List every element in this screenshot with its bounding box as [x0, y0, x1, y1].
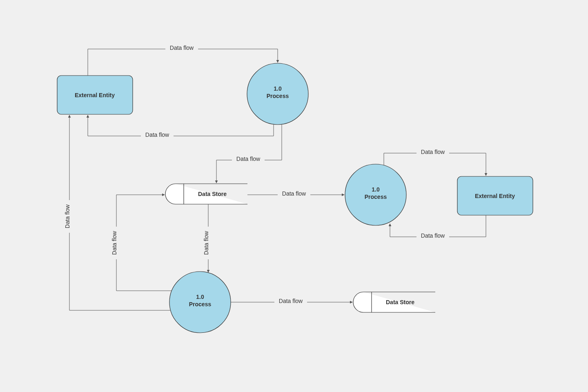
edge-label: Data flow [421, 232, 445, 239]
node-id: 1.0 [274, 85, 282, 92]
edge-label: Data flow [282, 190, 306, 197]
node-label: Process [365, 194, 387, 200]
edge-e3: Data flow [216, 124, 282, 183]
node-label: Data Store [386, 299, 414, 305]
edge-e1: Data flow [88, 44, 278, 76]
node-process-3[interactable]: 1.0 Process [169, 272, 231, 333]
node-external-entity-2[interactable]: External Entity [457, 176, 533, 215]
edge-label: Data flow [279, 298, 303, 304]
edge-label: Data flow [421, 149, 445, 155]
node-data-store-1[interactable]: Data Store [165, 184, 247, 204]
node-label: Process [267, 93, 289, 99]
edge-e5: Data flow [384, 148, 486, 176]
edge-label: Data flow [170, 45, 194, 51]
node-process-2[interactable]: 1.0 Process [345, 164, 406, 225]
edge-e8: Data flow [111, 195, 172, 291]
edge-label: Data flow [203, 231, 209, 255]
edge-e6: Data flow [390, 215, 486, 239]
edge-label: Data flow [145, 131, 169, 138]
edge-e2: Data flow [88, 115, 274, 138]
node-label: External Entity [75, 92, 115, 98]
edge-label: Data flow [64, 204, 71, 228]
edge-label: Data flow [111, 231, 118, 255]
edge-e7: Data flow [203, 204, 212, 272]
edge-e9: Data flow [64, 115, 171, 310]
edge-e10: Data flow [231, 297, 352, 305]
edge-e4: Data flow [247, 190, 344, 197]
node-label: Process [189, 301, 212, 307]
node-id: 1.0 [372, 186, 380, 193]
node-label: Data Store [198, 191, 227, 197]
edge-label: Data flow [236, 156, 261, 162]
node-data-store-2[interactable]: Data Store [353, 292, 435, 312]
node-external-entity-1[interactable]: External Entity [57, 76, 133, 114]
dfd-diagram: External Entity 1.0 Process Data Store 1… [0, 0, 588, 392]
node-process-1[interactable]: 1.0 Process [247, 63, 308, 125]
node-label: External Entity [475, 193, 515, 199]
node-id: 1.0 [196, 294, 204, 300]
